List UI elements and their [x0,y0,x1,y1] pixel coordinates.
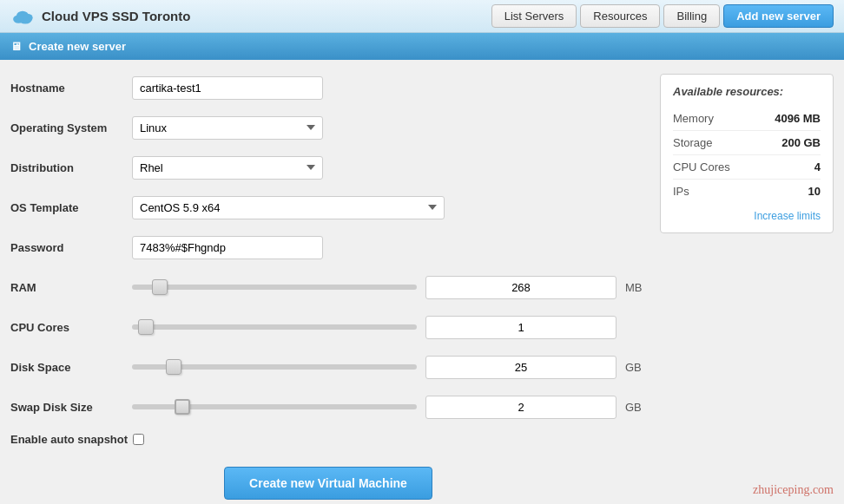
ips-value: 10 [808,185,821,198]
password-control [132,236,646,259]
os-template-control: CentOS 5.9 x64 CentOS 6.4 x64 CentOS 7 x… [132,196,646,219]
distribution-label: Distribution [10,161,132,174]
disk-slider-row: GB [132,356,646,379]
disk-label: Disk Space [10,361,132,374]
os-select[interactable]: Linux Windows FreeBSD [132,116,323,140]
resources-button[interactable]: Resources [580,4,660,28]
billing-button[interactable]: Billing [663,4,720,28]
memory-label: Memory [673,112,714,125]
storage-row: Storage 200 GB [673,131,821,155]
disk-value-input[interactable] [425,356,617,379]
app-logo: Cloud VPS SSD Toronto [10,8,190,25]
password-input[interactable] [132,236,323,259]
increase-limits-link[interactable]: Increase limits [673,210,821,222]
ips-row: IPs 10 [673,180,821,203]
os-label: Operating System [10,121,132,134]
server-icon: 🖥 [10,40,22,53]
cpu-slider-row [132,316,646,339]
swap-label: Swap Disk Size [10,401,132,414]
ips-label: IPs [673,185,689,198]
ram-slider-row: MB [132,276,646,299]
hostname-row: Hostname [10,74,646,101]
distribution-row: Distribution Rhel CentOS Ubuntu Debian [10,154,646,181]
sidebar: Available resources: Memory 4096 MB Stor… [660,74,834,500]
ram-value-input[interactable] [425,276,617,299]
form-area: Hostname Operating System Linux Windows … [10,74,660,500]
storage-value: 200 GB [781,136,821,149]
create-btn-row: Create new Virtual Machine [10,467,646,500]
memory-value: 4096 MB [775,112,821,125]
cpu-slider-thumb[interactable] [138,319,154,335]
auto-snapshot-row: Enable auto snapshot [10,433,646,446]
password-label: Password [10,241,132,254]
swap-control: GB [132,396,646,419]
auto-snapshot-checkbox[interactable] [133,434,144,445]
disk-control: GB [132,356,646,379]
hostname-control [132,76,646,100]
cpu-cores-row: CPU Cores 4 [673,155,821,180]
main-content: Hostname Operating System Linux Windows … [0,60,844,504]
swap-slider-track[interactable] [132,404,417,409]
hostname-label: Hostname [10,82,132,95]
ram-control: MB [132,276,646,299]
disk-unit: GB [625,361,646,374]
cpu-row: CPU Cores [10,313,646,341]
ram-unit: MB [625,281,646,294]
swap-value-input[interactable] [425,396,617,419]
distribution-select[interactable]: Rhel CentOS Ubuntu Debian [132,156,323,180]
header-nav: List Servers Resources Billing Add new s… [491,4,834,28]
app-title: Cloud VPS SSD Toronto [42,9,190,23]
sub-header: 🖥 Create new server [0,33,844,60]
os-template-label: OS Template [10,201,132,214]
cpu-cores-value: 4 [814,160,821,173]
disk-row: Disk Space GB [10,353,646,381]
os-template-row: OS Template CentOS 5.9 x64 CentOS 6.4 x6… [10,193,646,221]
cpu-cores-label: CPU Cores [673,160,730,173]
os-row: Operating System Linux Windows FreeBSD [10,114,646,141]
ram-slider-track[interactable] [132,285,417,290]
hostname-input[interactable] [132,76,323,100]
cpu-value-input[interactable] [425,316,617,339]
resources-box: Available resources: Memory 4096 MB Stor… [660,74,834,233]
swap-slider-thumb[interactable] [175,399,190,415]
disk-slider-track[interactable] [132,364,417,370]
list-servers-button[interactable]: List Servers [491,4,577,28]
cpu-slider-track[interactable] [132,324,417,330]
memory-row: Memory 4096 MB [673,107,821,131]
auto-snapshot-label: Enable auto snapshot [10,433,128,446]
os-control: Linux Windows FreeBSD [132,116,646,140]
cloud-icon [10,8,35,25]
disk-slider-thumb[interactable] [166,359,181,375]
cpu-control [132,316,646,339]
ram-row: RAM MB [10,273,646,301]
watermark: zhujiceping.com [753,483,834,497]
create-vm-button[interactable]: Create new Virtual Machine [224,467,432,500]
svg-point-3 [23,13,33,21]
swap-slider-row: GB [132,396,646,419]
add-new-server-button[interactable]: Add new server [723,4,834,28]
resources-title: Available resources: [673,85,821,98]
sub-header-label: Create new server [29,40,126,53]
cpu-label: CPU Cores [10,321,132,334]
swap-row: Swap Disk Size GB [10,393,646,421]
swap-unit: GB [625,401,646,414]
os-template-select[interactable]: CentOS 5.9 x64 CentOS 6.4 x64 CentOS 7 x… [132,196,445,219]
storage-label: Storage [673,136,713,149]
ram-label: RAM [10,281,132,294]
distribution-control: Rhel CentOS Ubuntu Debian [132,156,646,180]
app-header: Cloud VPS SSD Toronto List Servers Resou… [0,0,844,33]
password-row: Password [10,233,646,261]
ram-slider-thumb[interactable] [152,279,168,295]
